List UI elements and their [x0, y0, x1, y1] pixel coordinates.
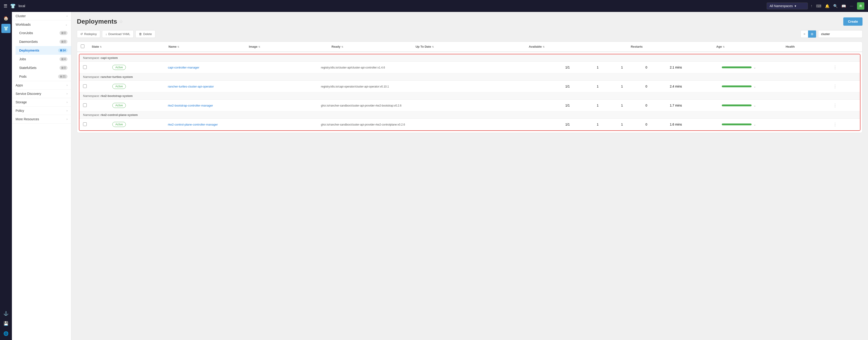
filter-input[interactable]: [818, 30, 863, 38]
select-all-checkbox[interactable]: [81, 45, 85, 48]
docs-icon[interactable]: 📖: [841, 4, 846, 8]
health-expand-icon[interactable]: ⌄: [753, 65, 756, 69]
status-badge: Active: [112, 84, 126, 89]
deployment-name-link[interactable]: rke2-control-plane-controller-manager: [168, 123, 218, 126]
deployments-label: Deployments: [19, 49, 58, 52]
health-expand-icon[interactable]: ⌄: [753, 122, 756, 126]
sidebar-item-deployments[interactable]: Deployments ⊞ 14: [16, 46, 71, 55]
daemonsets-badge: ⊞ 0: [60, 40, 67, 44]
row-actions-icon[interactable]: ⋮: [833, 65, 837, 69]
cronjobs-badge: ⊞ 0: [60, 31, 67, 35]
up-to-date-value: 1: [593, 100, 617, 111]
favorite-star-icon[interactable]: ☆: [119, 19, 123, 24]
redeploy-button[interactable]: ↺ Redeploy: [77, 30, 100, 38]
sidebar-item-service-discovery[interactable]: Service Discovery ›: [12, 90, 71, 98]
age-value: 1.7 mins: [666, 100, 718, 111]
delete-icon: 🗑: [139, 32, 142, 36]
available-header[interactable]: Available ⇅: [525, 42, 627, 52]
cronjobs-label: CronJobs: [19, 31, 60, 35]
row-actions-icon[interactable]: ⋮: [833, 84, 837, 89]
namespace-label: All Namespaces: [770, 4, 793, 8]
cluster-chevron: ›: [67, 15, 67, 18]
page-title: Deployments: [77, 18, 117, 25]
row-checkbox[interactable]: [83, 84, 87, 88]
create-button[interactable]: Create: [843, 18, 863, 26]
anchor-icon[interactable]: ⚓: [1, 309, 10, 318]
ready-header[interactable]: Ready ⇅: [328, 42, 412, 52]
delete-button[interactable]: 🗑 Delete: [135, 30, 155, 38]
row-actions-icon[interactable]: ⋮: [833, 122, 837, 127]
storage-icon2[interactable]: 💾: [1, 319, 10, 328]
sidebar-item-cronjobs[interactable]: CronJobs ⊞ 0: [16, 29, 71, 37]
toolbar: ↺ Redeploy ↓ Download YAML 🗑 Delete ≡ ⊞: [77, 30, 863, 38]
main-content: Deployments ☆ Create ↺ Redeploy ↓ Downlo…: [71, 12, 868, 340]
namespace-label: Namespace: rancher-turtles-system: [83, 75, 133, 79]
deployments-table-container: State ⇅ Name ⇅ Image ⇅ Ready ⇅ Up To Dat…: [77, 41, 863, 133]
redeploy-icon: ↺: [80, 32, 83, 36]
page-title-row: Deployments ☆: [77, 18, 123, 25]
jobs-badge: ⊞ 4: [60, 57, 67, 61]
row-checkbox[interactable]: [83, 65, 87, 69]
sidebar-item-more-resources[interactable]: More Resources ›: [12, 115, 71, 123]
sidebar-item-storage[interactable]: Storage ›: [12, 98, 71, 106]
notification-icon[interactable]: 🔔: [825, 4, 830, 8]
sidebar-item-jobs[interactable]: Jobs ⊞ 4: [16, 55, 71, 63]
card-view-button[interactable]: ⊞: [808, 30, 816, 37]
available-value: 1: [618, 119, 642, 130]
left-iconbar: 🏠 👕 ⚓ 💾 🌐: [0, 12, 12, 340]
cluster-name: local: [19, 4, 25, 8]
sidebar-item-policy[interactable]: Policy ›: [12, 107, 71, 115]
sidebar-item-cluster[interactable]: Cluster ›: [12, 12, 71, 20]
sidebar-item-daemonsets[interactable]: DaemonSets ⊞ 0: [16, 37, 71, 46]
workloads-icon[interactable]: 👕: [1, 24, 10, 33]
health-expand-icon[interactable]: ⌄: [753, 104, 756, 107]
row-actions-icon[interactable]: ⋮: [833, 103, 837, 108]
deployment-name-link[interactable]: rke2-bootstrap-controller-manager: [168, 104, 213, 107]
table-row: Active rancher-turtles-cluster-api-opera…: [80, 81, 860, 92]
terminal-icon[interactable]: ⌨: [816, 4, 821, 8]
namespace-label: Namespace: capi-system: [83, 56, 118, 60]
image-sort-icon: ⇅: [258, 46, 260, 48]
app-logo: 👕: [10, 3, 16, 9]
home-icon[interactable]: 🏠: [1, 14, 10, 23]
deployment-name-link[interactable]: capi-controller-manager: [168, 66, 199, 69]
service-discovery-chevron: ›: [67, 92, 67, 95]
more-menu-icon[interactable]: ⋯: [850, 4, 854, 8]
name-header[interactable]: Name ⇅: [165, 42, 245, 52]
row-checkbox[interactable]: [83, 122, 87, 126]
sidebar-item-statefulsets[interactable]: StatefulSets ⊞ 0: [16, 63, 71, 72]
available-value: 1: [618, 81, 642, 92]
status-badge: Active: [112, 122, 126, 127]
download-yaml-button[interactable]: ↓ Download YAML: [102, 30, 134, 38]
table-header: State ⇅ Name ⇅ Image ⇅ Ready ⇅ Up To Dat…: [77, 42, 862, 52]
namespace-selector[interactable]: All Namespaces ▾: [767, 2, 808, 9]
health-cell: ⌄: [722, 65, 826, 69]
list-view-button[interactable]: ≡: [801, 30, 808, 37]
up-to-date-value: 1: [593, 119, 617, 130]
apps-label: Apps: [16, 83, 67, 87]
menu-icon[interactable]: ☰: [4, 3, 7, 8]
image-value: registry.k8s.io/cluster-api/cluster-api-…: [321, 66, 385, 69]
page-header: Deployments ☆ Create: [77, 18, 863, 26]
namespace-group-row: Namespace: rke2-control-plane-system: [80, 111, 860, 119]
deployment-name-link[interactable]: rancher-turtles-cluster-api-operator: [168, 85, 214, 88]
sidebar-item-apps[interactable]: Apps ›: [12, 81, 71, 89]
age-sort-icon: ⇅: [723, 46, 724, 48]
state-header[interactable]: State ⇅: [88, 42, 165, 52]
globe-icon[interactable]: 🌐: [1, 329, 10, 338]
upload-icon[interactable]: ↑: [811, 4, 812, 8]
user-avatar[interactable]: R: [857, 2, 864, 10]
storage-label: Storage: [16, 101, 67, 104]
health-bar: [722, 105, 751, 106]
image-header[interactable]: Image ⇅: [245, 42, 328, 52]
available-sort-icon: ⇅: [543, 46, 545, 48]
health-expand-icon[interactable]: ⌄: [753, 85, 756, 88]
up-to-date-header[interactable]: Up To Date ⇅: [412, 42, 525, 52]
sidebar-item-workloads[interactable]: Workloads ⌄: [12, 20, 71, 29]
age-header[interactable]: Age ⇅: [713, 42, 782, 52]
sidebar-item-pods[interactable]: Pods ⊞ 21: [16, 72, 71, 81]
age-value: 1.6 mins: [666, 119, 718, 130]
search-icon[interactable]: 🔍: [833, 4, 838, 8]
row-checkbox[interactable]: [83, 103, 87, 107]
download-label: Download YAML: [108, 32, 130, 36]
